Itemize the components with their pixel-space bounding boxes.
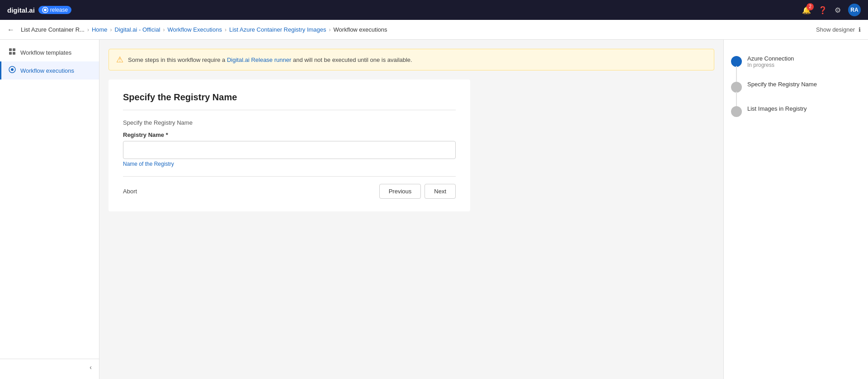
step-name-list-images: List Images in Registry (747, 105, 807, 112)
form-actions-right: Previous Next (379, 184, 456, 199)
svg-rect-5 (13, 52, 15, 55)
notification-count: 2 (807, 3, 814, 10)
workflow-templates-icon (9, 48, 16, 57)
svg-point-7 (11, 68, 14, 71)
sidebar-collapse-button[interactable]: ‹ (0, 359, 99, 375)
help-icon[interactable]: ❓ (818, 6, 827, 14)
registry-name-group: Registry Name * Name of the Registry (123, 131, 456, 167)
breadcrumb-sep-2: › (163, 27, 165, 33)
step-name-specify-registry: Specify the Registry Name (747, 81, 817, 88)
breadcrumb-list-azure[interactable]: List Azure Container Registry Images (229, 26, 326, 33)
breadcrumb-sep-3: › (225, 27, 226, 33)
release-runner-link[interactable]: Digital.ai Release runner (227, 56, 291, 63)
warning-icon: ⚠ (116, 55, 123, 65)
help-circle-icon: ℹ (859, 26, 861, 33)
breadcrumb-sep-0: › (87, 27, 89, 33)
breadcrumb: ← List Azure Container R... › Home › Dig… (7, 26, 387, 34)
step-specify-registry: Specify the Registry Name (731, 75, 861, 99)
sidebar-item-workflow-executions[interactable]: Workflow executions (0, 61, 99, 80)
svg-rect-4 (9, 52, 12, 55)
navbar: digital.ai release 🔔 2 ❓ ⚙ RA (0, 0, 868, 20)
sidebar: Workflow templates Workflow executions ‹ (0, 40, 99, 379)
show-designer-button[interactable]: Show designer ℹ (816, 26, 861, 33)
logo-badge: release (38, 6, 71, 14)
breadcrumb-bar: ← List Azure Container R... › Home › Dig… (0, 20, 868, 40)
sidebar-label-workflow-executions: Workflow executions (20, 67, 74, 74)
form-section-title: Specify the Registry Name (123, 119, 456, 126)
sidebar-label-workflow-templates: Workflow templates (20, 49, 71, 56)
back-button[interactable]: ← (7, 26, 14, 34)
step-list-images: List Images in Registry (731, 99, 861, 123)
step-dot-azure-connection (731, 56, 742, 67)
step-name-azure-connection: Azure Connection (747, 55, 794, 62)
breadcrumb-home[interactable]: Home (92, 26, 108, 33)
logo: digital.ai release (7, 6, 71, 14)
logo-text: digital.ai (7, 6, 35, 14)
warning-text: Some steps in this workflow require a Di… (128, 56, 412, 63)
next-button[interactable]: Next (425, 184, 456, 199)
breadcrumb-digitalai[interactable]: Digital.ai - Official (115, 26, 160, 33)
steps-list: Azure Connection In progress Specify the… (731, 49, 861, 123)
settings-icon[interactable]: ⚙ (835, 6, 841, 14)
svg-point-1 (44, 9, 47, 11)
breadcrumb-current: Workflow executions (334, 26, 387, 33)
step-azure-connection: Azure Connection In progress (731, 49, 861, 75)
sidebar-item-workflow-templates[interactable]: Workflow templates (0, 43, 99, 61)
logo-icon (42, 7, 48, 13)
avatar[interactable]: RA (848, 4, 861, 16)
form-card: Specify the Registry Name Specify the Re… (108, 80, 470, 211)
svg-rect-3 (13, 48, 15, 51)
breadcrumb-back-label: List Azure Container R... (21, 26, 85, 33)
breadcrumb-sep-1: › (110, 27, 112, 33)
abort-button[interactable]: Abort (123, 184, 137, 198)
navbar-right: 🔔 2 ❓ ⚙ RA (802, 4, 861, 16)
step-info-azure-connection: Azure Connection In progress (747, 55, 794, 68)
warning-banner: ⚠ Some steps in this workflow require a … (108, 49, 714, 70)
right-panel: Azure Connection In progress Specify the… (723, 40, 868, 379)
registry-name-label: Registry Name * (123, 131, 456, 138)
step-info-specify-registry: Specify the Registry Name (747, 81, 817, 88)
main-content: ⚠ Some steps in this workflow require a … (99, 40, 723, 379)
breadcrumb-workflow-executions[interactable]: Workflow Executions (168, 26, 222, 33)
form-title: Specify the Registry Name (123, 92, 456, 110)
step-dot-specify-registry (731, 82, 742, 93)
breadcrumb-sep-4: › (329, 27, 331, 33)
step-dot-list-images (731, 106, 742, 117)
app-layout: Workflow templates Workflow executions ‹… (0, 40, 868, 379)
sidebar-nav: Workflow templates Workflow executions (0, 43, 99, 359)
form-actions: Abort Previous Next (123, 176, 456, 199)
registry-name-input[interactable] (123, 141, 456, 159)
previous-button[interactable]: Previous (379, 184, 421, 199)
step-status-azure-connection: In progress (747, 62, 794, 68)
registry-name-hint: Name of the Registry (123, 161, 456, 167)
svg-rect-2 (9, 48, 12, 51)
workflow-executions-icon (9, 66, 16, 75)
notification-bell[interactable]: 🔔 2 (802, 6, 811, 14)
step-info-list-images: List Images in Registry (747, 105, 807, 112)
badge-label: release (50, 7, 68, 13)
